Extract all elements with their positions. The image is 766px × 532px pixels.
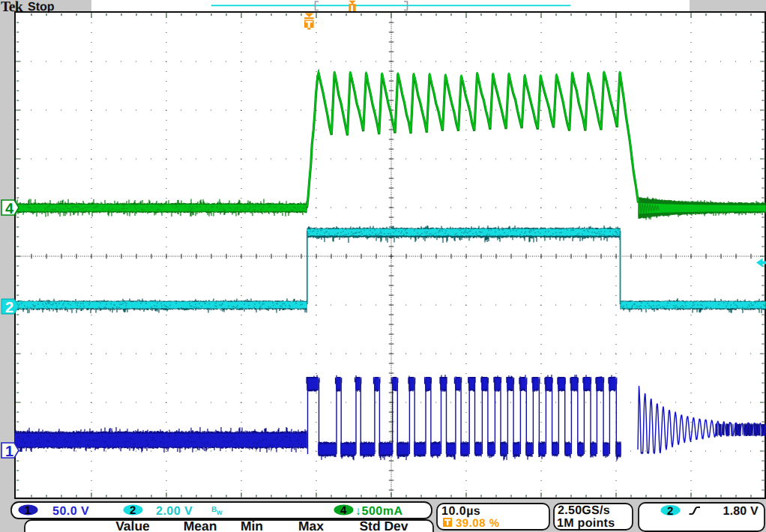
svg-text:39.08 %: 39.08 % [456, 517, 500, 530]
svg-text:2.00 V: 2.00 V [156, 505, 193, 518]
svg-text:2.50GS/s: 2.50GS/s [558, 504, 610, 517]
svg-text:2: 2 [667, 505, 673, 518]
svg-text:2: 2 [130, 504, 136, 517]
svg-text:4: 4 [5, 201, 14, 217]
svg-text:2: 2 [5, 300, 13, 316]
svg-text:1: 1 [5, 444, 13, 460]
svg-text:Std Dev: Std Dev [359, 519, 408, 532]
svg-text:Max: Max [298, 519, 324, 532]
svg-text:4: 4 [340, 504, 347, 517]
svg-text:1: 1 [25, 504, 31, 517]
svg-text:Mean: Mean [184, 519, 217, 532]
svg-text:Stop: Stop [28, 1, 55, 13]
svg-text:1.80 V: 1.80 V [723, 505, 759, 518]
svg-text:1M points: 1M points [557, 517, 615, 530]
svg-text:50.0 V: 50.0 V [52, 505, 89, 518]
svg-text:Value: Value [115, 519, 150, 532]
svg-text:W: W [217, 510, 223, 516]
svg-text:↓500mA: ↓500mA [355, 505, 402, 518]
svg-text:Min: Min [241, 519, 263, 532]
svg-text:10.0µs: 10.0µs [441, 505, 480, 518]
